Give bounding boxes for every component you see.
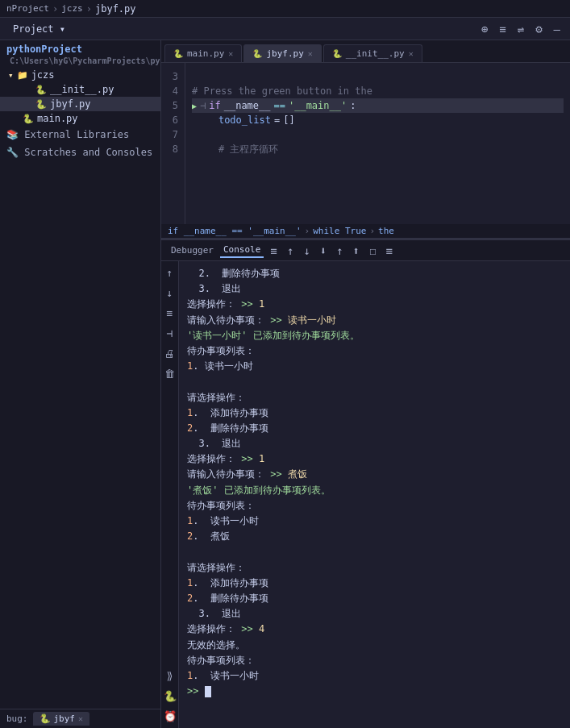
py-file-icon-jbyf: 🐍 <box>35 99 47 110</box>
folder-open-icon: 📁 <box>17 70 28 81</box>
console-item-6: 1. 读书一小时 <box>187 359 562 374</box>
debug-icon-list[interactable]: ≡ <box>267 243 280 259</box>
tree-folder-jczs[interactable]: ▾ 📁 jczs <box>0 68 160 82</box>
left-icon-delete[interactable]: 🗑 <box>162 365 177 382</box>
scratches-icon: 🔧 <box>6 147 24 158</box>
console-blank-1 <box>187 374 562 389</box>
left-icon-down[interactable]: ↓ <box>164 285 176 302</box>
console-item-22: 无效的选择。 <box>187 638 562 653</box>
debug-tab-icon: 🐍 <box>40 713 51 724</box>
left-icon-step[interactable]: ⊣ <box>164 325 176 342</box>
right-area: 🐍 main.py ✕ 🐍 jbyf.py ✕ 🐍 __init__.py ✕ … <box>161 40 570 728</box>
console-item-19: 2. 删除待办事项 <box>187 591 562 606</box>
left-icon-clock[interactable]: ⏰ <box>161 708 179 725</box>
list-icon[interactable]: ≡ <box>496 21 509 37</box>
line-numbers: 3 4 5 6 7 8 <box>161 63 185 224</box>
run-icon[interactable]: ⊕ <box>478 21 491 37</box>
console-item-23: 待办事项列表： <box>187 653 562 668</box>
console-item-3: 请输入待办事项： >> 读书一小时 <box>187 313 562 328</box>
left-icon-align[interactable]: ≡ <box>164 305 176 322</box>
console-item-4: '读书一小时' 已添加到待办事项列表。 <box>187 328 562 343</box>
left-icon-up[interactable]: ↑ <box>164 264 176 281</box>
tab-init-py[interactable]: 🐍 __init__.py ✕ <box>323 44 422 62</box>
title-part-3: jbyf.py <box>95 3 136 15</box>
menu-project[interactable]: Project ▾ <box>6 22 72 36</box>
tab-icon-main: 🐍 <box>173 49 183 58</box>
console-item-8: 1. 添加待办事项 <box>187 406 562 421</box>
run-arrow-icon: ▶ <box>192 100 197 112</box>
console-item-9: 2. 删除待办事项 <box>187 421 562 436</box>
console-item-15: 1. 读书一小时 <box>187 514 562 529</box>
py-file-icon-init: 🐍 <box>35 85 47 95</box>
debug-icon-down1[interactable]: ↓ <box>300 243 313 259</box>
py-file-icon-main: 🐍 <box>23 114 34 124</box>
console-tab-btn[interactable]: Console <box>220 243 264 258</box>
left-icon-arrows[interactable]: ⟫ <box>164 668 176 684</box>
tree-item-jbyf[interactable]: 🐍 jbyf.py <box>0 97 160 111</box>
tab-close-jbyf[interactable]: ✕ <box>308 49 313 58</box>
debug-icon-up2[interactable]: ↑ <box>333 243 346 259</box>
folder-label: jczs <box>31 69 55 81</box>
tab-close-init[interactable]: ✕ <box>409 49 414 58</box>
console-item-16: 2. 煮饭 <box>187 529 562 544</box>
debug-icon-down2[interactable]: ⬇ <box>317 243 330 259</box>
title-part-2: jczs <box>61 3 83 14</box>
debugger-tab-btn[interactable]: Debugger <box>168 243 217 257</box>
file-label-init: __init__.py <box>50 84 114 95</box>
tab-close-main[interactable]: ✕ <box>228 49 233 58</box>
console-item-21: 选择操作： >> 4 <box>187 622 562 637</box>
tree-item-main[interactable]: 🐍 main.py <box>0 111 160 126</box>
debug-label: bug: <box>6 713 28 724</box>
left-icon-python[interactable]: 🐍 <box>161 688 179 705</box>
tab-jbyf-py[interactable]: 🐍 jbyf.py ✕ <box>243 44 321 62</box>
root-project-name: pythonProject <box>6 44 82 55</box>
code-line-4: # Press the green button in the <box>192 84 564 98</box>
editor-area: 3 4 5 6 7 8 # Press the green button in … <box>161 63 570 224</box>
scratches-consoles[interactable]: 🔧 Scratches and Consoles <box>0 144 160 161</box>
console-item-13: '煮饭' 已添加到待办事项列表。 <box>187 483 562 498</box>
left-icon-print[interactable]: 🖨 <box>162 345 177 362</box>
text-cursor <box>205 686 211 697</box>
main-layout: pythonProject C:\Users\hyG\PycharmProjec… <box>0 40 570 728</box>
debug-icon-stop[interactable]: ☐ <box>366 243 379 259</box>
debug-tab-jbyf[interactable]: 🐍 jbyf ✕ <box>33 712 90 726</box>
title-bar: nProject › jczs › jbyf.py <box>0 0 570 18</box>
code-content[interactable]: # Press the green button in the ▶ ⊣ if _… <box>185 63 570 224</box>
debug-icon-up1[interactable]: ↑ <box>284 243 297 259</box>
console-item-7: 请选择操作： <box>187 390 562 406</box>
console-output[interactable]: 2. 删除待办事项 3. 退出 选择操作： >> 1 请输入待办事项： >> 读… <box>179 261 570 728</box>
console-blank-2 <box>187 544 562 560</box>
code-line-7 <box>192 127 564 142</box>
external-libraries[interactable]: 📚 External Libraries <box>0 126 160 144</box>
debug-icon-up3[interactable]: ⬆ <box>350 243 363 259</box>
breadcrumb-part-2: while True <box>313 226 366 236</box>
tab-icon-init: 🐍 <box>332 49 342 58</box>
console-item-0: 2. 删除待办事项 <box>187 266 562 281</box>
debug-tab-name: jbyf <box>54 713 76 724</box>
code-line-8: # 主程序循环 <box>192 142 564 156</box>
code-line-5: ▶ ⊣ if __name__ == '__main__' : <box>192 98 564 113</box>
console-item-17: 请选择操作： <box>187 560 562 576</box>
console-item-20: 3. 退出 <box>187 606 562 622</box>
file-label-jbyf: jbyf.py <box>50 98 91 110</box>
console-item-12: 请输入待办事项： >> 煮饭 <box>187 467 562 482</box>
console-item-24: 1. 读书一小时 <box>187 668 562 684</box>
code-line-6: todo_list = [] <box>192 113 564 127</box>
tree-root[interactable]: pythonProject C:\Users\hyG\PycharmProjec… <box>0 42 160 68</box>
breadcrumb-part-1: if __name__ == '__main__' <box>168 226 302 236</box>
debug-tab-close-icon[interactable]: ✕ <box>78 714 83 723</box>
breadcrumb-bar: if __name__ == '__main__' › while True ›… <box>161 224 570 239</box>
console-panel: Debugger Console ≡ ↑ ↓ ⬇ ↑ ⬆ ☐ ≡ ↑ ↓ ≡ ⊣ <box>161 239 570 728</box>
debug-tab-bar: bug: 🐍 jbyf ✕ <box>0 709 160 728</box>
menu-icon-group: ⊕ ≡ ⇌ ⚙ — <box>478 21 564 37</box>
settings-icon[interactable]: ⚙ <box>532 21 545 37</box>
menu-bar: Project ▾ ⊕ ≡ ⇌ ⚙ — <box>0 18 570 40</box>
debug-icon-menu[interactable]: ≡ <box>382 243 395 259</box>
root-path: C:\Users\hyG\PycharmProjects\pythonProje… <box>10 56 160 65</box>
swap-icon[interactable]: ⇌ <box>514 21 527 37</box>
tab-main-py[interactable]: 🐍 main.py ✕ <box>164 44 242 62</box>
console-item-11: 选择操作： >> 1 <box>187 451 562 467</box>
minimize-icon[interactable]: — <box>551 21 564 37</box>
tree-item-init[interactable]: 🐍 __init__.py <box>0 82 160 97</box>
ext-lib-label: External Libraries <box>24 129 129 140</box>
